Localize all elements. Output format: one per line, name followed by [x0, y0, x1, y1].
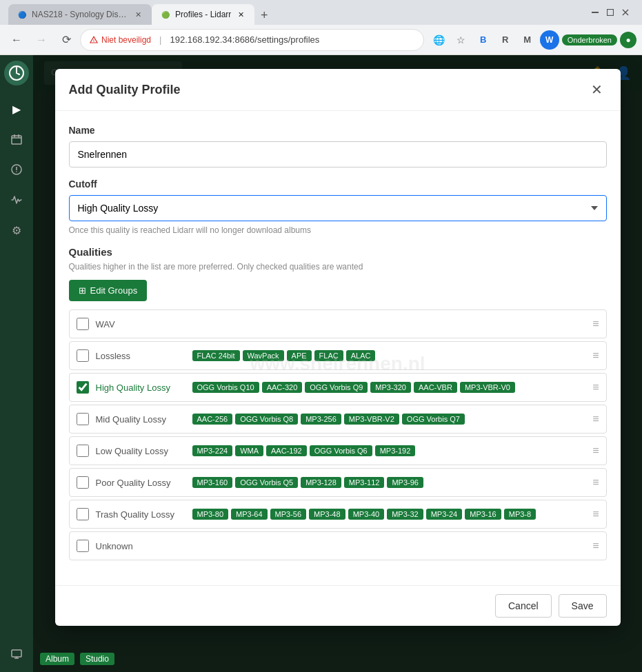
extension-r-icon[interactable]: R — [496, 30, 515, 50]
sidebar-item-activity[interactable] — [4, 187, 29, 212]
quality-row-trash-quality-lossy: Trash Quality Lossy MP3-80 MP3-64 MP3-56… — [69, 500, 607, 529]
tag-wma: WMA — [235, 445, 263, 456]
quality-row-low-quality-lossy: Low Quality Lossy MP3-224 WMA AAC-192 OG… — [69, 436, 607, 465]
tag-ogg-q6: OGG Vorbis Q6 — [310, 445, 372, 456]
edit-groups-icon: ⊞ — [79, 285, 86, 296]
qualities-subtitle: Qualities higher in the list are more pr… — [69, 262, 607, 272]
close-button[interactable] — [620, 7, 631, 18]
quality-tags-hql: OGG Vorbis Q10 AAC-320 OGG Vorbis Q9 MP3… — [192, 382, 586, 393]
nav-icons: 🌐 ☆ B R M W Onderbroken ● — [430, 30, 636, 50]
sidebar-item-calendar[interactable] — [4, 127, 29, 152]
quality-checkbox-mql[interactable] — [77, 413, 89, 425]
tab-nas218[interactable]: 🔵 NAS218 - Synology DiskStation ✕ — [8, 4, 152, 25]
drag-handle-unknown[interactable]: ≡ — [592, 540, 599, 552]
cutoff-select[interactable]: High Quality Lossy — [69, 195, 607, 221]
edit-groups-button[interactable]: ⊞ Edit Groups — [69, 280, 148, 301]
badge-album: Album — [40, 653, 74, 665]
quality-row-high-quality-lossy: High Quality Lossy OGG Vorbis Q10 AAC-32… — [69, 373, 607, 402]
tag-flac24bit: FLAC 24bit — [192, 350, 240, 361]
quality-row-wav: WAV ≡ — [69, 309, 607, 338]
drag-handle-pql[interactable]: ≡ — [592, 476, 599, 489]
quality-tags-mql: AAC-256 OGG Vorbis Q8 MP3-256 MP3-VBR-V2… — [192, 414, 586, 425]
quality-checkbox-lossless[interactable] — [77, 349, 89, 362]
translate-icon[interactable]: 🌐 — [430, 30, 449, 50]
quality-tags-lossless: FLAC 24bit WavPack APE FLAC ALAC — [192, 350, 586, 361]
quality-checkbox-tql[interactable] — [77, 508, 89, 520]
new-tab-button[interactable]: + — [254, 6, 274, 25]
tag-mp3256: MP3-256 — [301, 414, 341, 425]
reload-button[interactable]: ⟳ — [55, 29, 77, 51]
tag-aac256: AAC-256 — [192, 414, 233, 425]
svg-rect-0 — [592, 12, 599, 13]
sidebar-item-play[interactable]: ▶ — [4, 96, 29, 121]
tab-favicon-2: 🟢 — [160, 9, 171, 20]
svg-rect-1 — [608, 10, 614, 16]
tag-mp356: MP3-56 — [270, 509, 307, 520]
quality-checkbox-unknown[interactable] — [77, 540, 89, 552]
extension-m-icon[interactable]: M — [518, 30, 537, 50]
drag-handle-hql[interactable]: ≡ — [592, 381, 599, 394]
tag-ape: APE — [287, 350, 312, 361]
quality-row-unknown: Unknown ≡ — [69, 531, 607, 560]
tag-mp340: MP3-40 — [348, 509, 385, 520]
quality-checkbox-pql[interactable] — [77, 476, 89, 489]
modal-close-button[interactable]: ✕ — [588, 80, 607, 99]
tab-lidarr[interactable]: 🟢 Profiles - Lidarr ✕ — [152, 4, 254, 25]
drag-handle-wav[interactable]: ≡ — [592, 318, 599, 330]
tag-mp3-vbr-v2: MP3-VBR-V2 — [344, 414, 399, 425]
bookmark-icon[interactable]: ☆ — [452, 30, 471, 50]
quality-tags-pql: MP3-160 OGG Vorbis Q5 MP3-128 MP3-112 MP… — [192, 477, 586, 488]
tag-aac192: AAC-192 — [266, 445, 307, 456]
profile-button[interactable]: W — [540, 30, 559, 50]
sidebar-item-display[interactable] — [4, 642, 29, 666]
save-button[interactable]: Save — [559, 594, 607, 618]
tag-ogg-q7: OGG Vorbis Q7 — [402, 414, 465, 425]
tag-mp348: MP3-48 — [309, 509, 345, 520]
minimize-button[interactable] — [590, 7, 601, 18]
name-label: Name — [69, 125, 607, 136]
quality-name-lql: Low Quality Lossy — [96, 446, 185, 456]
quality-name-unknown: Unknown — [96, 541, 185, 551]
tag-mp364: MP3-64 — [231, 509, 268, 520]
tab-close-1[interactable]: ✕ — [132, 9, 143, 20]
drag-handle-mql[interactable]: ≡ — [592, 413, 599, 425]
tag-ogg-q8: OGG Vorbis Q8 — [235, 414, 298, 425]
sidebar-item-settings[interactable]: ⚙ — [4, 218, 29, 243]
name-input[interactable] — [69, 141, 607, 167]
cancel-button[interactable]: Cancel — [495, 594, 552, 618]
tag-mp3192: MP3-192 — [375, 445, 416, 456]
address-bar[interactable]: Niet beveiligd | 192.168.192.34:8686/set… — [80, 29, 424, 51]
maximize-button[interactable] — [605, 7, 616, 18]
main-content: 🔔 👤 www.snelrennen.nl Add Quality Profil… — [33, 55, 642, 672]
tab-label-1: NAS218 - Synology DiskStation — [32, 10, 128, 19]
svg-point-11 — [16, 171, 17, 172]
quality-name-pql: Poor Quality Lossy — [96, 478, 185, 488]
modal-body: Name Cutoff High Quality Lossy Once this… — [55, 111, 621, 585]
quality-tags-lql: MP3-224 WMA AAC-192 OGG Vorbis Q6 MP3-19… — [192, 445, 586, 456]
tag-flac: FLAC — [314, 350, 343, 361]
drag-handle-lossless[interactable]: ≡ — [592, 349, 599, 362]
tag-wavpack: WavPack — [243, 350, 284, 361]
tag-alac: ALAC — [346, 350, 376, 361]
tab-close-2[interactable]: ✕ — [235, 9, 246, 20]
sidebar-item-wanted[interactable] — [4, 157, 29, 182]
quality-checkbox-hql[interactable] — [77, 381, 89, 394]
tag-mp3320: MP3-320 — [370, 382, 411, 393]
forward-button[interactable]: → — [30, 29, 52, 51]
modal-footer: Cancel Save — [55, 585, 621, 626]
quality-checkbox-lql[interactable] — [77, 445, 89, 457]
back-button[interactable]: ← — [6, 29, 28, 51]
edit-groups-label: Edit Groups — [90, 285, 138, 296]
tag-aac320: AAC-320 — [262, 382, 303, 393]
quality-checkbox-wav[interactable] — [77, 318, 89, 330]
quality-name-wav: WAV — [96, 319, 185, 329]
sync-status-badge[interactable]: Onderbroken — [562, 34, 617, 45]
tag-ogg-q5: OGG Vorbis Q5 — [235, 477, 298, 488]
drag-handle-lql[interactable]: ≡ — [592, 445, 599, 457]
app-logo[interactable] — [4, 61, 29, 85]
add-quality-profile-modal: Add Quality Profile ✕ Name Cutoff High Q… — [55, 69, 621, 626]
extensions-button[interactable]: ● — [620, 32, 636, 48]
tag-mp316: MP3-16 — [465, 509, 501, 520]
drag-handle-tql[interactable]: ≡ — [592, 508, 599, 520]
extension-b-icon[interactable]: B — [474, 30, 493, 50]
